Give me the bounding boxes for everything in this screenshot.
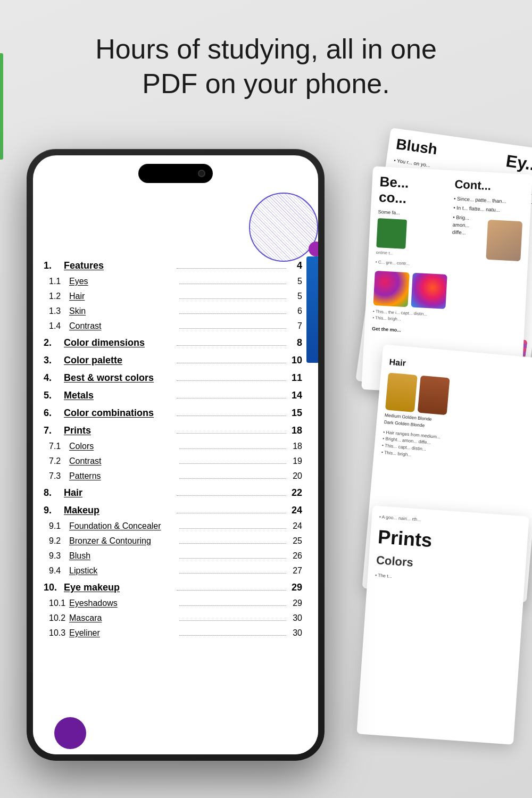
toc-item-5[interactable]: 5. Metals 14 bbox=[44, 387, 302, 404]
toc-label-10: Eye makeup bbox=[64, 582, 173, 593]
headline-text-2: PDF on your phone. bbox=[142, 68, 389, 99]
toc-item-1[interactable]: 1. Features 4 bbox=[44, 257, 302, 274]
toc-item-1-1[interactable]: 1.1 Eyes 5 bbox=[44, 274, 302, 289]
toc-page-6: 15 bbox=[289, 408, 302, 419]
bottom-purple-circle bbox=[54, 717, 86, 749]
toc-dots-7-3 bbox=[179, 478, 286, 479]
toc-item-3[interactable]: 3. Color palette 10 bbox=[44, 352, 302, 369]
toc-num-1-1: 1.1 bbox=[49, 277, 69, 286]
toc-item-7-1[interactable]: 7.1 Colors 18 bbox=[44, 439, 302, 454]
toc-num-4: 4. bbox=[44, 372, 64, 384]
toc-label-4: Best & worst colors bbox=[64, 372, 173, 384]
bg-page-prints: • A goo... nairi... rth... Prints Colors… bbox=[356, 505, 529, 745]
toc-label-7-1: Colors bbox=[69, 442, 176, 451]
toc-item-6[interactable]: 6. Color combinations 15 bbox=[44, 405, 302, 421]
toc-dots-7-1 bbox=[179, 448, 286, 449]
toc-label-6: Color combinations bbox=[64, 408, 173, 419]
toc-num-9-4: 9.4 bbox=[49, 566, 69, 576]
hair-swatch-1 bbox=[385, 372, 418, 412]
toc-item-10[interactable]: 10. Eye makeup 29 bbox=[44, 579, 302, 596]
deco-circle bbox=[249, 193, 318, 262]
toc-label-10-1: Eyeshadows bbox=[69, 598, 176, 608]
phone-screen-container: 1. Features 4 1.1 Eyes 5 1.2 Hair bbox=[33, 155, 318, 754]
toc-page-2: 8 bbox=[289, 337, 302, 348]
toc-label-9-1: Foundation & Concealer bbox=[69, 521, 176, 531]
toc-item-9-3[interactable]: 9.3 Blush 26 bbox=[44, 548, 302, 563]
hair-swatch-2 bbox=[418, 376, 450, 415]
toc-num-1-3: 1.3 bbox=[49, 306, 69, 316]
toc-item-7-2[interactable]: 7.2 Contrast 19 bbox=[44, 454, 302, 469]
toc-item-9[interactable]: 9. Makeup 24 bbox=[44, 502, 302, 519]
toc-item-9-2[interactable]: 9.2 Bronzer & Contouring 25 bbox=[44, 534, 302, 548]
headline: Hours of studying, all in one PDF on you… bbox=[0, 32, 532, 101]
toc-item-7[interactable]: 7. Prints 18 bbox=[44, 422, 302, 439]
toc-num-10-1: 10.1 bbox=[49, 598, 69, 608]
toc-item-1-3[interactable]: 1.3 Skin 6 bbox=[44, 304, 302, 319]
toc-dots-1-3 bbox=[179, 313, 286, 314]
toc-item-10-2[interactable]: 10.2 Mascara 30 bbox=[44, 611, 302, 626]
phone-screen: 1. Features 4 1.1 Eyes 5 1.2 Hair bbox=[33, 193, 318, 754]
toc-page-9-3: 26 bbox=[289, 551, 302, 561]
floral-pattern-2 bbox=[411, 272, 447, 309]
toc-page-1-3: 6 bbox=[289, 306, 302, 316]
toc-page-5: 14 bbox=[289, 390, 302, 401]
blue-sidebar-bar bbox=[306, 256, 318, 363]
toc-item-9-1[interactable]: 9.1 Foundation & Concealer 24 bbox=[44, 519, 302, 534]
toc-num-5: 5. bbox=[44, 390, 64, 401]
toc-dots-9-1 bbox=[179, 528, 286, 529]
toc-dots-7 bbox=[177, 433, 286, 434]
toc-label-7: Prints bbox=[64, 425, 173, 436]
toc-num-9-3: 9.3 bbox=[49, 551, 69, 561]
toc-item-10-1[interactable]: 10.1 Eyeshadows 29 bbox=[44, 596, 302, 611]
toc-num-7-3: 7.3 bbox=[49, 471, 69, 481]
toc-dots-9-2 bbox=[179, 543, 286, 544]
toc-page-8: 22 bbox=[289, 487, 302, 498]
toc-label-1-2: Hair bbox=[69, 292, 176, 301]
toc-item-4[interactable]: 4. Best & worst colors 11 bbox=[44, 370, 302, 386]
toc-item-9-4[interactable]: 9.4 Lipstick 27 bbox=[44, 563, 302, 578]
dynamic-island bbox=[138, 164, 213, 183]
toc-page-1-2: 5 bbox=[289, 292, 302, 301]
toc-dots-9-4 bbox=[179, 573, 286, 573]
toc-item-1-2[interactable]: 1.2 Hair 5 bbox=[44, 289, 302, 304]
toc-item-8[interactable]: 8. Hair 22 bbox=[44, 485, 302, 501]
toc-item-2[interactable]: 2. Color dimensions 8 bbox=[44, 335, 302, 351]
toc-label-5: Metals bbox=[64, 390, 173, 401]
toc-dots-5 bbox=[177, 398, 286, 398]
toc-label-1-3: Skin bbox=[69, 306, 176, 316]
toc-item-7-3[interactable]: 7.3 Patterns 20 bbox=[44, 469, 302, 484]
toc-label-7-3: Patterns bbox=[69, 471, 176, 481]
deco-circle-inner bbox=[249, 193, 318, 262]
phone-frame: 1. Features 4 1.1 Eyes 5 1.2 Hair bbox=[27, 149, 325, 761]
toc-page-1-4: 7 bbox=[289, 321, 302, 331]
toc-dots-1-2 bbox=[179, 298, 286, 299]
phone: 1. Features 4 1.1 Eyes 5 1.2 Hair bbox=[27, 149, 335, 766]
toc-num-3: 3. bbox=[44, 355, 64, 366]
toc-page-10-3: 30 bbox=[289, 628, 302, 638]
toc-num-1-4: 1.4 bbox=[49, 321, 69, 331]
toc-page-7-2: 19 bbox=[289, 456, 302, 466]
toc-num-7: 7. bbox=[44, 425, 64, 436]
toc-page-9-2: 25 bbox=[289, 536, 302, 546]
toc-dots-1-4 bbox=[179, 328, 286, 329]
best-colors-title: Be...co... bbox=[378, 174, 450, 208]
toc-dots-10-3 bbox=[179, 635, 286, 636]
toc-dots-6 bbox=[177, 415, 286, 416]
toc-label-1-4: Contrast bbox=[69, 321, 176, 331]
green-swatch bbox=[376, 218, 407, 249]
toc-num-9-2: 9.2 bbox=[49, 536, 69, 546]
toc-label-9-3: Blush bbox=[69, 551, 176, 561]
background-pages: Blush • You r... on yo... • You c... mor… bbox=[309, 138, 532, 777]
toc-item-1-4[interactable]: 1.4 Contrast 7 bbox=[44, 319, 302, 334]
toc-page-7-3: 20 bbox=[289, 471, 302, 481]
toc-item-10-3[interactable]: 10.3 Eyeliner 30 bbox=[44, 626, 302, 641]
toc-page-10-2: 30 bbox=[289, 613, 302, 623]
toc-dots-4 bbox=[177, 380, 286, 381]
table-of-contents: 1. Features 4 1.1 Eyes 5 1.2 Hair bbox=[44, 256, 302, 744]
toc-num-1: 1. bbox=[44, 260, 64, 271]
toc-page-9-1: 24 bbox=[289, 521, 302, 531]
toc-dots-9-3 bbox=[179, 558, 286, 559]
toc-label-1: Features bbox=[64, 260, 173, 271]
toc-dots-10-1 bbox=[179, 605, 286, 606]
toc-num-8: 8. bbox=[44, 487, 64, 498]
